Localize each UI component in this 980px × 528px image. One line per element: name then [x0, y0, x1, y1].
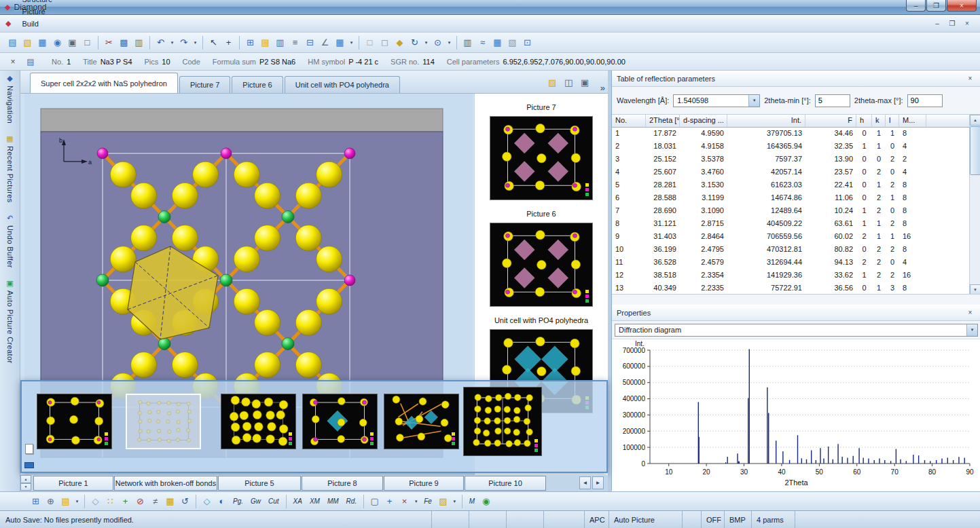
bottom-tab-picture-9[interactable]: Picture 9 [384, 476, 464, 491]
powder-pattern-icon[interactable]: ≈ [475, 35, 490, 50]
tab-picture-6[interactable]: Picture 6 [232, 76, 283, 93]
packing-button[interactable]: Pg. [230, 495, 247, 508]
fill-cell-icon[interactable]: ▦ [163, 494, 177, 508]
nav-right-icon[interactable]: ► [592, 476, 604, 489]
picture-mode-icon[interactable]: ◉ [479, 494, 493, 508]
structure-list-icon[interactable]: ▤ [24, 56, 37, 68]
column-header-m[interactable]: M... [899, 115, 926, 128]
minimize-button[interactable]: – [906, 0, 926, 12]
cut-button[interactable]: Cut [265, 495, 283, 508]
table-grid-icon[interactable]: ▦ [333, 35, 347, 50]
wavelength-combo[interactable]: 1.540598 ▾ [673, 94, 760, 107]
overlay-thumbnail[interactable] [384, 394, 459, 449]
title-bar[interactable]: ◆ Diamond – ❐ × [0, 0, 980, 15]
overlay-thumbnail[interactable] [463, 387, 542, 456]
html-report-icon[interactable]: ⊡ [520, 35, 534, 50]
move-tool-icon[interactable]: + [382, 494, 397, 508]
rd-button[interactable]: Rd. [343, 495, 361, 508]
spin-down-icon[interactable]: ▼ [20, 483, 31, 491]
table-scrollbar[interactable]: ▲ ▼ [969, 115, 980, 295]
table-row[interactable]: 325.1523.53787597.3713.900022 [612, 153, 980, 166]
close-icon[interactable]: × [964, 73, 976, 83]
close-button[interactable]: × [947, 0, 977, 12]
copy-icon[interactable]: ▩ [117, 35, 131, 50]
zoom-icon-dropdown[interactable]: ▾ [446, 35, 453, 50]
table-row[interactable]: 831.1212.8715404509.2263.611128 [612, 218, 980, 231]
column-header-2theta[interactable]: 2Theta [°] [646, 115, 680, 128]
diffraction-diagram-icon[interactable]: ▥ [460, 35, 475, 50]
chevron-down-icon[interactable]: ▾ [748, 95, 759, 107]
close-structure-icon[interactable]: × [7, 56, 19, 68]
notes-editor-icon-dropdown[interactable]: ▾ [73, 494, 81, 508]
column-header-k[interactable]: k [872, 115, 886, 128]
tab-unit-cell-with-po4-polyhedra[interactable]: Unit cell with PO4 polyhedra [285, 76, 400, 93]
maximize-button[interactable]: ❐ [926, 0, 946, 12]
broken-bonds-icon[interactable]: ≠ [148, 494, 162, 508]
table-row[interactable]: 931.4032.8464706559.5660.0221116 [612, 231, 980, 244]
table-grid-icon-dropdown[interactable]: ▾ [348, 35, 355, 50]
undo-icon-dropdown[interactable]: ▾ [168, 35, 176, 50]
edit-table-icon[interactable]: ⊞ [29, 494, 43, 508]
notes-editor-icon[interactable]: ▤ [58, 494, 73, 508]
data-sheet-icon[interactable]: ▥ [273, 35, 287, 50]
color-swatch-icon[interactable]: ▨ [436, 494, 450, 508]
menu-picture[interactable]: Picture [16, 5, 58, 18]
sidebar-item-auto-picture-creator[interactable]: ▣Auto Picture Creator [6, 279, 14, 364]
delete-atom-icon[interactable]: ⊘ [133, 494, 147, 508]
data-table-icon[interactable]: ▦ [490, 35, 505, 50]
menu-build[interactable]: Build [16, 18, 58, 30]
sidebar-item-navigation[interactable]: ◆Navigation [6, 74, 14, 124]
mm-button[interactable]: MM [324, 495, 342, 508]
sidebar-item-recent-pictures[interactable]: ▦Recent Pictures [6, 134, 14, 203]
bottom-tab-picture-1[interactable]: Picture 1 [33, 476, 113, 491]
table-row[interactable]: 218.0314.9158164365.9432.351104 [612, 140, 980, 153]
color-swatch-icon-dropdown[interactable]: ▾ [451, 494, 458, 508]
redo-icon[interactable]: ↷ [177, 35, 191, 50]
theta-max-input[interactable] [907, 94, 943, 107]
table-row[interactable]: 1238.5182.3354141929.3633.6212216 [612, 269, 980, 282]
image-export-icon[interactable]: ▧ [505, 35, 520, 50]
picture-list-icon[interactable]: ▤ [258, 35, 272, 50]
add-atom-icon[interactable]: + [118, 494, 132, 508]
paste-icon[interactable]: ▥ [132, 35, 146, 50]
nav-left-icon[interactable]: ◄ [579, 476, 591, 489]
build-hammer-icon[interactable]: ⊕ [43, 494, 58, 508]
sidebar-item-undo-buffer[interactable]: ↶Undo Buffer [6, 214, 14, 268]
column-header-int[interactable]: Int. [727, 115, 805, 128]
spin-up-icon[interactable]: ▲ [20, 475, 31, 483]
add-all-atoms-icon[interactable]: ∷ [103, 494, 117, 508]
structure-table-icon[interactable]: ⊞ [243, 35, 257, 50]
new-document-icon[interactable]: ▤ [5, 35, 20, 50]
create-structure-icon[interactable]: ◇ [88, 494, 103, 508]
mdi-close-button[interactable]: × [961, 18, 973, 29]
scroll-up-icon[interactable]: ▲ [970, 115, 980, 126]
column-header-d-spacing[interactable]: d-spacing ... [680, 115, 727, 128]
theta-min-input[interactable] [815, 94, 850, 107]
fe-button[interactable]: Fe [420, 495, 435, 508]
new-picture-icon[interactable]: □ [363, 35, 377, 50]
tab-overflow-chevron[interactable]: » [598, 83, 608, 93]
rotate-icon-dropdown[interactable]: ▾ [422, 35, 430, 50]
overlay-thumbnail[interactable] [221, 394, 296, 449]
overlay-thumbnail[interactable] [302, 394, 378, 449]
redo-icon-dropdown[interactable]: ▾ [192, 35, 199, 50]
overlay-thumbnail[interactable] [37, 394, 112, 449]
xm-button[interactable]: XM [306, 495, 323, 508]
save-icon[interactable]: ▦ [35, 35, 50, 50]
table-row[interactable]: 425.6073.476042057.1423.570204 [612, 166, 980, 179]
column-header-f[interactable]: F [805, 115, 856, 128]
scrollbar-thumb[interactable] [970, 126, 980, 175]
menu-structure[interactable]: Structure [16, 0, 58, 5]
table-row[interactable]: 1340.3492.233575722.9136.560138 [612, 282, 980, 295]
picture-thumbnail-picture-6[interactable] [490, 223, 593, 307]
measure-button[interactable]: M [466, 495, 478, 508]
print-preview-icon[interactable]: □ [80, 35, 94, 50]
table-row[interactable]: 1036.1992.4795470312.8180.820228 [612, 244, 980, 257]
column-header-h[interactable]: h [856, 115, 872, 128]
picture-thumbnail-picture-7[interactable] [490, 116, 593, 200]
xa-button[interactable]: XA [290, 495, 306, 508]
tab-super-cell-2x2x2-with-nas-polyhedron[interactable]: Super cell 2x2x2 with NaS polyhedron [30, 73, 178, 93]
angles-table-icon[interactable]: ∠ [318, 35, 332, 50]
table-row[interactable]: 728.6903.109012489.6410.241208 [612, 205, 980, 218]
window-layout-icon[interactable]: ◫ [562, 75, 576, 90]
